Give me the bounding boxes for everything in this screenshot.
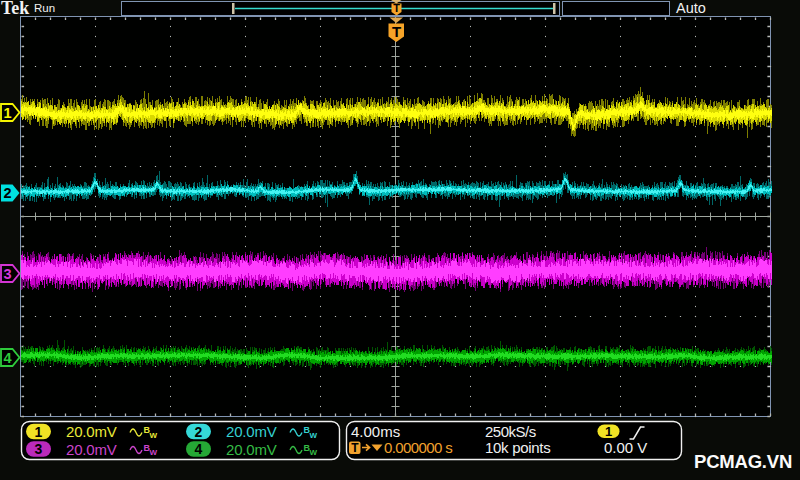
svg-text:20.0mV: 20.0mV: [66, 441, 117, 458]
svg-text:2: 2: [195, 424, 203, 440]
svg-text:T: T: [392, 23, 401, 40]
svg-text:4: 4: [195, 441, 203, 457]
svg-text:W: W: [150, 448, 158, 457]
svg-text:20.0mV: 20.0mV: [226, 441, 277, 458]
svg-text:PCMAG.VN: PCMAG.VN: [694, 451, 792, 472]
svg-text:Auto: Auto: [676, 0, 706, 16]
svg-text:1: 1: [3, 105, 11, 121]
svg-text:1: 1: [605, 424, 612, 439]
svg-text:T: T: [351, 441, 359, 455]
svg-text:20.0mV: 20.0mV: [226, 423, 277, 440]
svg-text:10k points: 10k points: [485, 439, 550, 456]
svg-text:W: W: [310, 448, 318, 457]
svg-text:2: 2: [3, 185, 11, 201]
svg-text:0.000000 s: 0.000000 s: [384, 439, 452, 456]
svg-text:Run: Run: [34, 2, 55, 14]
svg-text:4: 4: [3, 350, 11, 366]
svg-text:3: 3: [35, 441, 43, 457]
svg-text:Tek: Tek: [1, 0, 29, 18]
svg-text:250kS/s: 250kS/s: [485, 423, 536, 440]
svg-text:1: 1: [35, 424, 43, 440]
svg-text:0.00 V: 0.00 V: [604, 439, 647, 456]
svg-text:T: T: [393, 2, 400, 14]
svg-text:20.0mV: 20.0mV: [66, 423, 117, 440]
svg-text:W: W: [310, 431, 318, 440]
svg-text:4.00ms: 4.00ms: [351, 423, 400, 440]
svg-text:W: W: [150, 431, 158, 440]
svg-text:3: 3: [3, 266, 11, 282]
